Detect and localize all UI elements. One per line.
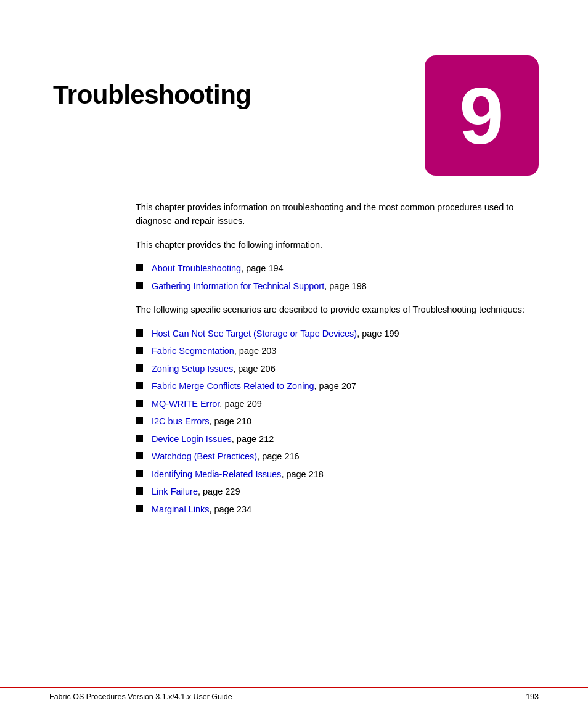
list-item-text: Device Login Issues, page 212 — [152, 432, 274, 446]
header-area: Troubleshooting 9 — [0, 0, 588, 176]
list-item-text: Fabric Segmentation, page 203 — [152, 344, 276, 358]
bullet-icon — [136, 264, 143, 271]
bullet-icon — [136, 435, 143, 442]
list-item-text: I2C bus Errors, page 210 — [152, 414, 251, 428]
fabric-merge-link[interactable]: Fabric Merge Conflicts Related to Zoning — [152, 381, 314, 391]
list-item-text: Zoning Setup Issues, page 206 — [152, 362, 276, 376]
bullet-icon — [136, 417, 143, 424]
page-ref: , page 234 — [210, 504, 252, 514]
footer: Fabric OS Procedures Version 3.1.x/4.1.x… — [0, 687, 588, 706]
bullet-icon — [136, 400, 143, 407]
mq-write-link[interactable]: MQ-WRITE Error — [152, 399, 219, 409]
list-item-text: Identifying Media-Related Issues, page 2… — [152, 467, 324, 481]
page-ref: , page 206 — [233, 364, 276, 374]
bullet-icon — [136, 452, 143, 459]
gathering-info-link[interactable]: Gathering Information for Technical Supp… — [152, 281, 324, 291]
page-ref: , page 203 — [234, 346, 277, 356]
list-item: About Troubleshooting, page 194 — [136, 261, 539, 275]
list-item: Fabric Segmentation, page 203 — [136, 344, 539, 358]
bullet-icon — [136, 347, 143, 354]
identifying-media-link[interactable]: Identifying Media-Related Issues — [152, 469, 281, 479]
bullet-icon — [136, 364, 143, 372]
bullet-icon — [136, 329, 143, 337]
zoning-setup-link[interactable]: Zoning Setup Issues — [152, 364, 233, 374]
fabric-segmentation-link[interactable]: Fabric Segmentation — [152, 346, 234, 356]
page-ref: , page 207 — [314, 381, 357, 391]
device-login-link[interactable]: Device Login Issues — [152, 434, 232, 444]
about-troubleshooting-link[interactable]: About Troubleshooting — [152, 263, 241, 273]
i2c-bus-link[interactable]: I2C bus Errors — [152, 416, 209, 426]
list-item-text: MQ-WRITE Error, page 209 — [152, 397, 262, 411]
host-cannot-see-link[interactable]: Host Can Not See Target (Storage or Tape… — [152, 329, 357, 339]
page-ref: , page 209 — [219, 399, 262, 409]
page-ref: , page 194 — [241, 263, 284, 273]
basic-items-list: About Troubleshooting, page 194 Gatherin… — [136, 261, 539, 293]
page-ref: , page 198 — [324, 281, 367, 291]
chapter-number: 9 — [459, 76, 504, 156]
list-item: Gathering Information for Technical Supp… — [136, 279, 539, 293]
bullet-icon — [136, 505, 143, 512]
list-item: Watchdog (Best Practices), page 216 — [136, 449, 539, 463]
intro-paragraph-2: This chapter provides the following info… — [136, 238, 539, 252]
link-failure-link[interactable]: Link Failure — [152, 486, 198, 496]
list-item: Zoning Setup Issues, page 206 — [136, 362, 539, 376]
page-ref: , page 212 — [232, 434, 274, 444]
list-item: MQ-WRITE Error, page 209 — [136, 397, 539, 411]
bullet-icon — [136, 382, 143, 389]
bullet-icon — [136, 282, 143, 289]
page-ref: , page 210 — [209, 416, 251, 426]
content-area: This chapter provides information on tro… — [0, 176, 588, 516]
list-item-text: Marginal Links, page 234 — [152, 503, 251, 516]
list-item-text: Fabric Merge Conflicts Related to Zoning… — [152, 379, 356, 393]
watchdog-link[interactable]: Watchdog (Best Practices) — [152, 451, 257, 461]
list-item: Identifying Media-Related Issues, page 2… — [136, 467, 539, 481]
page: Troubleshooting 9 This chapter provides … — [0, 0, 588, 706]
list-item: Host Can Not See Target (Storage or Tape… — [136, 327, 539, 340]
list-item: I2C bus Errors, page 210 — [136, 414, 539, 428]
chapter-title: Troubleshooting — [53, 49, 251, 110]
page-ref: , page 199 — [357, 329, 399, 339]
page-ref: , page 229 — [198, 486, 240, 496]
list-item-text: Watchdog (Best Practices), page 216 — [152, 449, 300, 463]
list-item: Link Failure, page 229 — [136, 485, 539, 498]
intro-paragraph-1: This chapter provides information on tro… — [136, 200, 539, 228]
footer-page-number: 193 — [526, 692, 539, 701]
list-item-text: Link Failure, page 229 — [152, 485, 240, 498]
list-item: Device Login Issues, page 212 — [136, 432, 539, 446]
list-item-text: Host Can Not See Target (Storage or Tape… — [152, 327, 399, 340]
page-ref: , page 218 — [281, 469, 324, 479]
scenarios-list: Host Can Not See Target (Storage or Tape… — [136, 327, 539, 516]
list-item-text: About Troubleshooting, page 194 — [152, 261, 284, 275]
list-item: Fabric Merge Conflicts Related to Zoning… — [136, 379, 539, 393]
bullet-icon — [136, 470, 143, 477]
page-ref: , page 216 — [257, 451, 300, 461]
list-item-text: Gathering Information for Technical Supp… — [152, 279, 367, 293]
marginal-links-link[interactable]: Marginal Links — [152, 504, 210, 514]
list-item: Marginal Links, page 234 — [136, 503, 539, 516]
section-intro: The following specific scenarios are des… — [136, 303, 539, 316]
footer-left-text: Fabric OS Procedures Version 3.1.x/4.1.x… — [49, 692, 232, 701]
chapter-badge: 9 — [425, 55, 539, 176]
bullet-icon — [136, 487, 143, 495]
